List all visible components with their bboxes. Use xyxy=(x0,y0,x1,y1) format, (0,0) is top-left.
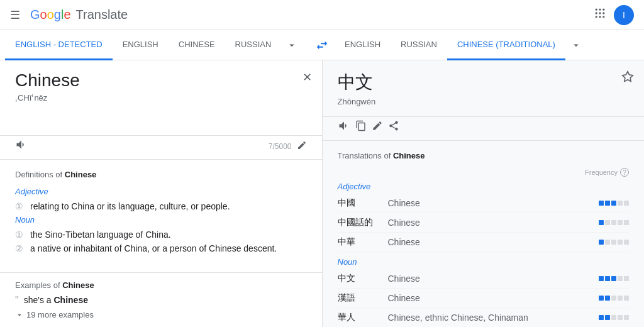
more-examples-button[interactable]: 19 more examples xyxy=(15,310,307,319)
swap-languages-button[interactable] xyxy=(309,33,335,58)
svg-point-1 xyxy=(599,9,601,11)
lang-bar-left: ENGLISH - DETECTED ENGLISH CHINESE RUSSI… xyxy=(5,30,309,60)
avatar[interactable]: I xyxy=(614,5,634,25)
noun-def-2: ② a native or inhabitant of China, or a … xyxy=(15,243,307,253)
freq-bars xyxy=(599,296,629,301)
translation-area: 中文 Zhōngwén xyxy=(323,60,645,117)
frequency-info-icon[interactable]: ? xyxy=(620,168,629,177)
quote-icon: " xyxy=(15,295,19,306)
trans-noun-label: Noun xyxy=(338,257,630,267)
input-area: Chinese ˌCHīˈnēz ✕ xyxy=(0,60,322,136)
tab-english-left[interactable]: ENGLISH xyxy=(113,30,169,60)
trans-adjective-label: Adjective xyxy=(338,182,630,191)
definitions-title: Definitions of Chinese xyxy=(15,170,307,179)
speaker-button-left[interactable] xyxy=(15,138,28,154)
copy-button[interactable] xyxy=(355,120,367,135)
header-logo: ☰ Google Translate xyxy=(10,8,594,22)
close-button[interactable]: ✕ xyxy=(303,70,312,84)
star-button[interactable] xyxy=(621,70,634,86)
svg-point-5 xyxy=(602,12,604,14)
input-actions: 7/5000 xyxy=(0,136,322,160)
freq-bars xyxy=(599,201,629,206)
header-right: I xyxy=(594,5,634,25)
edit-button-left[interactable] xyxy=(297,140,307,153)
translations-title: Translations of Chinese xyxy=(338,151,630,160)
speaker-button-right[interactable] xyxy=(338,119,350,135)
example-1: " she's a Chinese xyxy=(15,295,307,306)
freq-bars xyxy=(599,315,629,320)
translation-main-text: 中文 xyxy=(338,70,630,94)
svg-point-0 xyxy=(596,9,597,11)
svg-point-6 xyxy=(596,16,597,18)
edit-button-right[interactable] xyxy=(372,120,383,135)
header: ☰ Google Translate I xyxy=(0,0,644,30)
more-examples-label: 19 more examples xyxy=(26,310,94,319)
char-count: 7/5000 xyxy=(269,142,292,151)
google-logo: Google xyxy=(30,8,71,22)
more-languages-left[interactable] xyxy=(281,30,303,60)
tab-russian-left[interactable]: RUSSIAN xyxy=(225,30,282,60)
table-row: 中文 Chinese xyxy=(338,269,630,289)
share-button[interactable] xyxy=(388,120,399,135)
examples-section: Examples of Chinese " she's a Chinese 19… xyxy=(0,272,322,327)
translate-label: Translate xyxy=(76,8,128,22)
frequency-header: Frequency ? xyxy=(338,168,630,177)
input-word: Chinese xyxy=(15,70,307,91)
grid-icon[interactable] xyxy=(594,7,606,23)
definitions-section: Definitions of Chinese Adjective ① relat… xyxy=(0,160,322,272)
svg-point-3 xyxy=(596,12,597,14)
tab-english-right[interactable]: ENGLISH xyxy=(335,30,391,60)
tab-russian-right[interactable]: RUSSIAN xyxy=(391,30,447,60)
freq-bars xyxy=(599,220,629,225)
examples-title: Examples of Chinese xyxy=(15,280,307,290)
noun-def-1: ① the Sino-Tibetan language of China. xyxy=(15,230,307,240)
language-bar: ENGLISH - DETECTED ENGLISH CHINESE RUSSI… xyxy=(0,30,644,60)
svg-point-8 xyxy=(602,16,604,18)
tab-english-detected[interactable]: ENGLISH - DETECTED xyxy=(5,30,113,60)
frequency-label: Frequency xyxy=(585,169,618,176)
svg-point-2 xyxy=(602,9,604,11)
more-languages-right[interactable] xyxy=(565,30,587,60)
right-panel: 中文 Zhōngwén xyxy=(323,60,645,327)
translation-phonetic: Zhōngwén xyxy=(338,97,630,106)
adj-def-1: ① relating to China or its language, cul… xyxy=(15,201,307,211)
translation-actions xyxy=(323,117,645,141)
table-row: 華人 Chinese, ethnic Chinese, Chinaman xyxy=(338,308,630,327)
table-row: 中國 Chinese xyxy=(338,194,630,213)
table-row: 中華 Chinese xyxy=(338,233,630,252)
menu-icon[interactable]: ☰ xyxy=(10,8,20,22)
lang-bar-right: ENGLISH RUSSIAN CHINESE (TRADITIONAL) xyxy=(335,30,639,60)
table-row: 中國話的 Chinese xyxy=(338,213,630,233)
svg-point-4 xyxy=(599,12,601,14)
tab-chinese-traditional[interactable]: CHINESE (TRADITIONAL) xyxy=(447,30,565,60)
freq-bars xyxy=(599,276,629,281)
tab-chinese-left[interactable]: CHINESE xyxy=(169,30,225,60)
freq-bars xyxy=(599,240,629,245)
adjective-label: Adjective xyxy=(15,187,307,196)
table-row: 漢語 Chinese xyxy=(338,289,630,308)
translations-list: Translations of Chinese Frequency ? Adje… xyxy=(323,141,645,327)
left-panel: Chinese ˌCHīˈnēz ✕ 7/5000 Definitions of… xyxy=(0,60,323,327)
main-content: Chinese ˌCHīˈnēz ✕ 7/5000 Definitions of… xyxy=(0,60,644,327)
svg-point-7 xyxy=(599,16,601,18)
noun-label: Noun xyxy=(15,215,307,224)
phonetic-text: ˌCHīˈnēz xyxy=(15,93,307,103)
